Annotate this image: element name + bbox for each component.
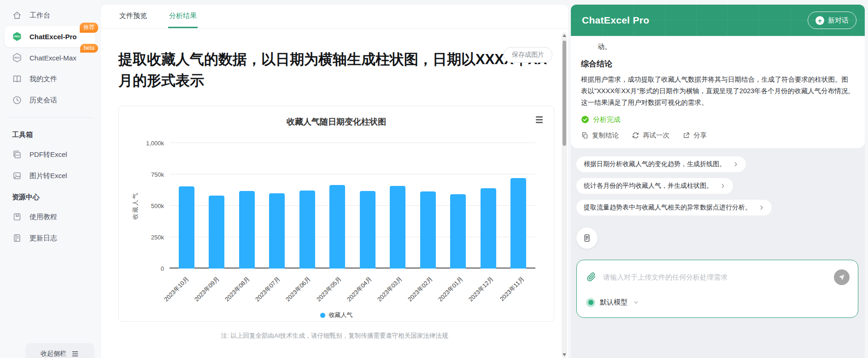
beta-badge: beta xyxy=(80,44,98,53)
x-axis-label-cell: 2023年11月 xyxy=(505,269,535,310)
analysis-title: 提取收藏人气的数据，以日期为横轴生成柱状图，日期以XXXX年XX月的形式表示 xyxy=(118,49,551,91)
chart-plot-area: 收藏人气 0250k500k750k1,000k xyxy=(170,143,535,268)
bar[interactable] xyxy=(209,196,224,268)
sidebar-item-label: 更新日志 xyxy=(29,234,57,243)
changelog-icon xyxy=(12,233,22,243)
chat-panel-title: ChatExcel Pro xyxy=(582,15,649,26)
model-selector[interactable]: 默认模型 xyxy=(586,298,850,307)
sidebar-item-my-files[interactable]: 我的文件 xyxy=(5,68,95,90)
sidebar-item-label: ChatExcel-Max xyxy=(29,54,76,62)
copy-conclusion-button[interactable]: 复制结论 xyxy=(581,131,619,140)
chart-menu-icon[interactable] xyxy=(536,116,543,123)
message-actions: 复制结论 再试一次 分享 xyxy=(581,131,855,140)
collapse-sidebar-icon xyxy=(71,350,79,358)
assistant-message-card: 动。 综合结论 根据用户需求，成功提取了收藏人气数据并将其与日期结合，生成了符合… xyxy=(571,36,865,148)
bar[interactable] xyxy=(179,186,194,268)
model-status-icon xyxy=(586,298,595,307)
chart-legend[interactable]: 收藏人气 xyxy=(131,311,542,319)
bar-column xyxy=(292,143,323,268)
bar-chart-card: 收藏人气随日期变化柱状图 收藏人气 0250k500k750k1,000k 20… xyxy=(118,106,554,322)
sidebar-item-chatexcel-pro[interactable]: PRO ChatExcel-Pro 推荐 xyxy=(5,26,95,47)
sidebar-item-chatexcel-max[interactable]: MAX ChatExcel-Max beta xyxy=(5,47,95,68)
sidebar-item-pdf-to-excel[interactable]: PDF PDF转Excel xyxy=(5,144,95,165)
chevron-right-icon xyxy=(720,183,726,189)
clock-icon xyxy=(12,95,22,105)
tab-analysis-result[interactable]: 分析结果 xyxy=(168,5,198,28)
x-axis-label-cell: 2023年10月 xyxy=(170,269,200,310)
suggestion-chips: 根据日期分析收藏人气的变化趋势，生成折线图。 统计各月份的平均收藏人气，并生成柱… xyxy=(576,156,865,215)
tab-file-preview[interactable]: 文件预览 xyxy=(118,5,148,28)
bar[interactable] xyxy=(450,194,466,268)
chat-panel: ChatExcel Pro + 新对话 动。 综合结论 根据用户需求，成功提取了… xyxy=(571,5,865,358)
share-icon xyxy=(682,131,690,139)
tab-bar: 文件预览 分析结果 xyxy=(101,5,568,29)
sidebar-item-label: 图片转Excel xyxy=(29,172,67,180)
chevron-right-icon xyxy=(759,205,764,210)
attach-file-icon[interactable] xyxy=(586,272,597,282)
model-selector-label: 默认模型 xyxy=(600,298,628,307)
y-axis-tick-label: 1,000k xyxy=(146,140,164,147)
scrollbar-thumb[interactable] xyxy=(563,41,566,146)
save-as-image-button[interactable]: 保存成图片 xyxy=(504,47,552,63)
bar[interactable] xyxy=(299,191,315,268)
image-icon xyxy=(12,171,22,181)
suggestion-text: 根据日期分析收藏人气的变化趋势，生成折线图。 xyxy=(584,160,726,168)
suggestion-chip[interactable]: 根据日期分析收藏人气的变化趋势，生成折线图。 xyxy=(576,156,746,172)
bar[interactable] xyxy=(510,178,526,268)
share-button[interactable]: 分享 xyxy=(682,131,707,140)
legend-marker xyxy=(320,313,325,318)
sidebar-item-tutorial[interactable]: 使用教程 xyxy=(5,206,95,227)
x-axis-label-cell: 2023年12月 xyxy=(475,269,505,310)
vertical-scrollbar[interactable] xyxy=(562,32,567,358)
sidebar-item-label: 我的文件 xyxy=(29,75,57,84)
suggestion-chip[interactable]: 提取流量趋势表中与收藏人气相关的异常数据点进行分析。 xyxy=(576,200,772,215)
conclusion-title: 综合结论 xyxy=(581,59,855,69)
share-label: 分享 xyxy=(693,131,707,140)
send-plane-icon xyxy=(838,274,845,281)
chart-plot-bars xyxy=(170,143,535,268)
x-axis-label-cell: 2023年05月 xyxy=(322,269,352,310)
bar[interactable] xyxy=(360,191,375,269)
send-button[interactable] xyxy=(834,269,850,285)
sidebar-divider xyxy=(7,117,93,118)
bar[interactable] xyxy=(420,191,436,268)
chat-input-row xyxy=(586,269,850,285)
collapse-sidebar-label: 收起侧栏 xyxy=(41,350,66,358)
x-axis-tick-label: 2023年10月 xyxy=(162,275,191,304)
bar[interactable] xyxy=(269,193,285,268)
chat-input-card: 默认模型 xyxy=(576,260,858,318)
bar[interactable] xyxy=(481,188,496,268)
bar-column xyxy=(413,143,443,268)
svg-text:MAX: MAX xyxy=(14,56,20,59)
sidebar-item-image-to-excel[interactable]: 图片转Excel xyxy=(5,165,95,186)
x-axis-label-cell: 2023年02月 xyxy=(413,269,444,310)
bar[interactable] xyxy=(329,185,345,268)
copy-icon xyxy=(581,131,589,139)
retry-button[interactable]: 再试一次 xyxy=(632,131,669,140)
pro-hexagon-icon: PRO xyxy=(12,31,22,42)
y-axis-tick-label: 250k xyxy=(151,234,164,241)
suggestion-text: 统计各月份的平均收藏人气，并生成柱状图。 xyxy=(584,182,713,190)
y-axis-tick-label: 0 xyxy=(161,265,164,272)
new-chat-label: 新对话 xyxy=(828,16,849,25)
check-circle-icon xyxy=(581,115,589,124)
scroll-up-arrow[interactable] xyxy=(563,34,566,37)
chat-header: ChatExcel Pro + 新对话 xyxy=(571,5,865,36)
new-chat-button[interactable]: + 新对话 xyxy=(808,12,856,29)
scroll-down-arrow[interactable] xyxy=(563,353,566,356)
sidebar-item-label: ChatExcel-Pro xyxy=(29,33,77,41)
collapse-sidebar-button[interactable]: 收起侧栏 xyxy=(25,343,94,358)
bar[interactable] xyxy=(239,191,255,268)
chevron-down-icon xyxy=(633,299,639,305)
sidebar-item-history[interactable]: 历史会话 xyxy=(5,90,95,111)
bar[interactable] xyxy=(390,186,405,268)
suggestion-chip[interactable]: 统计各月份的平均收藏人气，并生成柱状图。 xyxy=(576,178,733,194)
y-axis-tick-label: 500k xyxy=(151,203,164,209)
bar-column xyxy=(202,143,232,268)
sidebar-item-changelog[interactable]: 更新日志 xyxy=(5,227,95,249)
document-shortcut-button[interactable] xyxy=(576,227,598,249)
analysis-status-label: 分析完成 xyxy=(593,115,621,124)
chat-input[interactable] xyxy=(603,273,827,281)
section-title-resources: 资源中心 xyxy=(5,186,95,206)
chat-body: 动。 综合结论 根据用户需求，成功提取了收藏人气数据并将其与日期结合，生成了符合… xyxy=(571,36,865,358)
